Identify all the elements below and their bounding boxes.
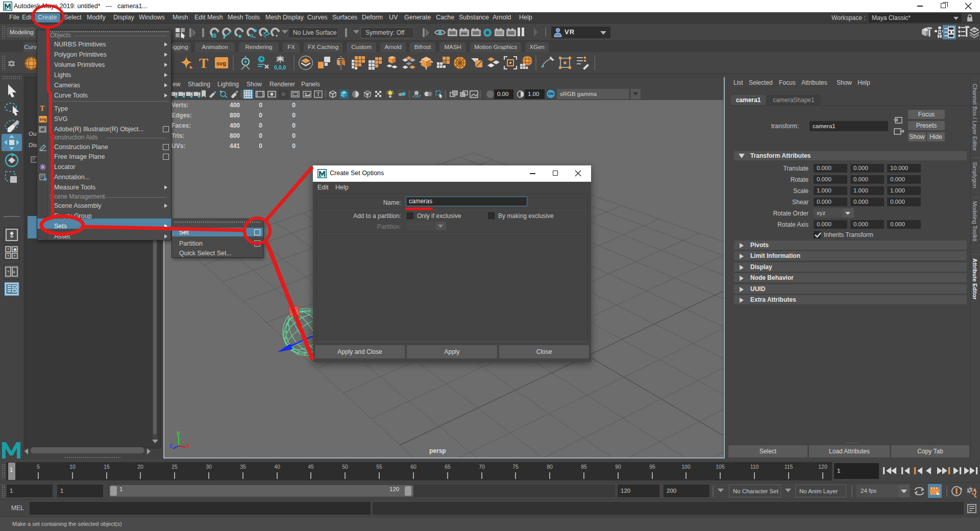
svg-text:0,0,0: 0,0,0 — [274, 64, 286, 70]
svg-text:T: T — [316, 91, 320, 98]
svg-text:z: z — [169, 442, 173, 449]
svg-text:y: y — [177, 429, 180, 437]
svg-text:+: + — [7, 269, 10, 274]
svg-text:+: + — [13, 253, 16, 258]
svg-text:+: + — [7, 247, 10, 252]
svg-text:IPR: IPR — [461, 32, 467, 36]
svg-text:+: + — [7, 253, 10, 258]
svg-text:T: T — [199, 56, 208, 70]
svg-text:svg: svg — [216, 60, 226, 66]
svg-text:x: x — [186, 442, 190, 449]
svg-text:◆: ◆ — [13, 247, 17, 252]
